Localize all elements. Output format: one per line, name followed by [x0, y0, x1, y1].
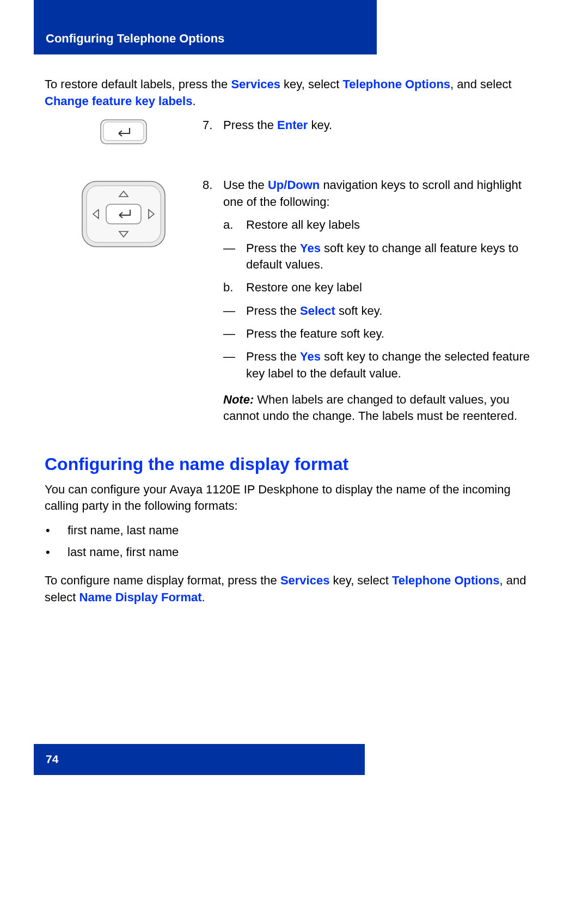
text: To configure name display format, press …: [45, 574, 280, 587]
text: Use the: [223, 178, 268, 192]
sub-item-b: b. Restore one key label: [223, 279, 544, 296]
document-page: Configuring Telephone Options To restore…: [0, 0, 588, 775]
dash-item: — Press the Select soft key.: [223, 303, 544, 319]
page-header: Configuring Telephone Options: [34, 0, 377, 54]
enter-key-illustration: [45, 117, 203, 150]
note-text: When labels are changed to default value…: [223, 393, 517, 423]
step-7-text: 7. Press the Enter key.: [203, 117, 544, 140]
svg-rect-1: [103, 122, 144, 141]
bullet-text: first name, last name: [68, 522, 179, 539]
text: Press the: [246, 241, 300, 255]
keyword-services: Services: [231, 77, 280, 91]
bullet-marker: •: [45, 544, 68, 560]
sub-text: Restore one key label: [246, 279, 362, 296]
step-8-text: 8. Use the Up/Down navigation keys to sc…: [203, 177, 544, 424]
sub-marker: b.: [223, 279, 246, 296]
keyword-telephone-options: Telephone Options: [342, 77, 450, 91]
enter-key-icon: [100, 119, 147, 150]
step-text: Press the Enter key.: [223, 117, 332, 133]
keyword-telephone-options: Telephone Options: [392, 574, 500, 587]
step-number: 7.: [203, 117, 223, 133]
step-text: Use the Up/Down navigation keys to scrol…: [223, 177, 544, 210]
dash-text: Press the Yes soft key to change the sel…: [246, 349, 544, 382]
text: soft key.: [335, 304, 382, 318]
text: Press the: [246, 304, 300, 318]
keyword-name-display-format: Name Display Format: [79, 590, 202, 604]
text: , and select: [450, 77, 512, 91]
text: key, select: [329, 574, 392, 587]
section-heading: Configuring the name display format: [45, 452, 544, 476]
navigation-pad-icon: [80, 179, 167, 254]
text: key, select: [280, 77, 343, 91]
text: Press the: [246, 350, 300, 363]
keyword-select: Select: [300, 304, 335, 318]
step-number: 8.: [203, 177, 223, 210]
text: Press the: [223, 118, 277, 132]
page-content: To restore default labels, press the Ser…: [0, 54, 588, 606]
step-7-row: 7. Press the Enter key.: [45, 117, 544, 150]
dash-text: Press the Select soft key.: [246, 303, 382, 319]
keyword-change-feature-key-labels: Change feature key labels: [45, 94, 192, 108]
page-footer: 74: [34, 744, 365, 775]
dash-marker: —: [223, 240, 246, 273]
dash-text: Press the feature soft key.: [246, 326, 384, 342]
section2-paragraph: You can configure your Avaya 1120E IP De…: [45, 481, 544, 515]
text: .: [202, 590, 205, 604]
sub-marker: a.: [223, 217, 246, 233]
keyword-enter: Enter: [277, 118, 308, 132]
text: key.: [308, 118, 332, 132]
sub-text: Restore all key labels: [246, 217, 360, 233]
keyword-yes: Yes: [300, 350, 321, 363]
section2-paragraph-2: To configure name display format, press …: [45, 572, 544, 606]
spacer: [0, 613, 588, 744]
dash-marker: —: [223, 303, 246, 319]
text: .: [192, 94, 195, 108]
bullet-marker: •: [45, 522, 68, 539]
bullet-item: • last name, first name: [45, 544, 544, 560]
dash-item: — Press the feature soft key.: [223, 326, 544, 342]
dash-marker: —: [223, 349, 246, 382]
intro-paragraph: To restore default labels, press the Ser…: [45, 76, 544, 109]
text: To restore default labels, press the: [45, 77, 231, 91]
keyword-yes: Yes: [300, 241, 321, 255]
navpad-illustration: [45, 177, 203, 254]
bullet-text: last name, first name: [68, 544, 179, 560]
bullet-list: • first name, last name • last name, fir…: [45, 522, 544, 561]
bullet-item: • first name, last name: [45, 522, 544, 539]
page-number: 74: [46, 753, 58, 765]
note-block: Note: When labels are changed to default…: [203, 392, 544, 425]
dash-marker: —: [223, 326, 246, 342]
page-header-title: Configuring Telephone Options: [46, 32, 224, 45]
note-label: Note:: [223, 393, 254, 406]
dash-item: — Press the Yes soft key to change all f…: [223, 240, 544, 273]
keyword-up-down: Up/Down: [268, 178, 320, 192]
dash-item: — Press the Yes soft key to change the s…: [223, 349, 544, 382]
step-8-row: 8. Use the Up/Down navigation keys to sc…: [45, 177, 544, 424]
sub-item-a: a. Restore all key labels: [223, 217, 544, 233]
svg-rect-4: [106, 204, 141, 224]
keyword-services: Services: [280, 574, 330, 587]
dash-text: Press the Yes soft key to change all fea…: [246, 240, 544, 273]
